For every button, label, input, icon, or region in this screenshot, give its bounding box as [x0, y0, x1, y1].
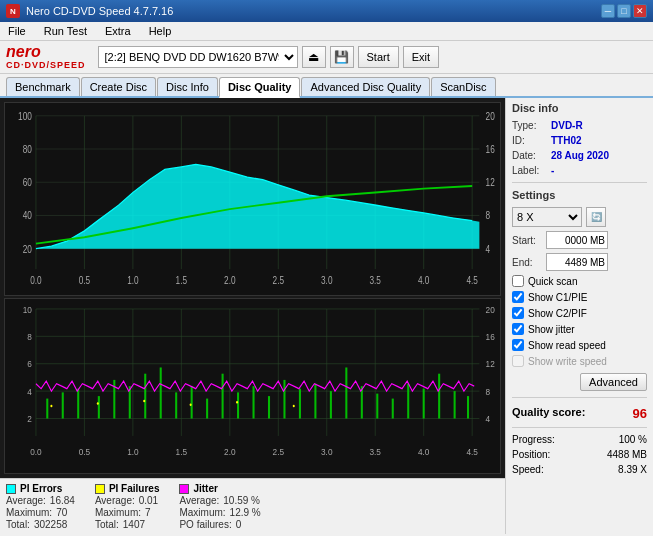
- svg-text:4.5: 4.5: [466, 446, 477, 457]
- quality-score-value: 96: [633, 406, 647, 421]
- svg-rect-78: [438, 373, 440, 418]
- pif-total-val: 1407: [123, 519, 145, 530]
- start-row: Start:: [512, 231, 647, 249]
- menu-extra[interactable]: Extra: [101, 24, 135, 38]
- jitter-max-label: Maximum:: [179, 507, 225, 518]
- svg-text:40: 40: [23, 211, 32, 222]
- read-speed-checkbox[interactable]: [512, 339, 524, 351]
- svg-point-86: [293, 405, 295, 407]
- menu-help[interactable]: Help: [145, 24, 176, 38]
- svg-rect-61: [175, 392, 177, 418]
- speed-label: Speed:: [512, 464, 544, 475]
- minimize-button[interactable]: ─: [601, 4, 615, 18]
- tab-advanced-disc-quality[interactable]: Advanced Disc Quality: [301, 77, 430, 96]
- write-speed-checkbox[interactable]: [512, 355, 524, 367]
- progress-row: Progress: 100 %: [512, 434, 647, 445]
- quality-score-label: Quality score:: [512, 406, 585, 421]
- advanced-button[interactable]: Advanced: [580, 373, 647, 391]
- start-label: Start:: [512, 235, 542, 246]
- toolbar: nero CD·DVD/SPEED [2:2] BENQ DVD DD DW16…: [0, 41, 653, 74]
- pif-total-label: Total:: [95, 519, 119, 530]
- svg-text:0.5: 0.5: [79, 276, 90, 287]
- refresh-button[interactable]: 🔄: [586, 207, 606, 227]
- title-bar: N Nero CD-DVD Speed 4.7.7.16 ─ □ ✕: [0, 0, 653, 22]
- svg-text:8: 8: [486, 211, 491, 222]
- jitter-max-val: 12.9 %: [230, 507, 261, 518]
- lower-chart-svg: 10 8 6 4 2 20 16 12 8 4 0.0 0.5 1.0 1.5: [5, 299, 500, 473]
- write-speed-label: Show write speed: [528, 356, 607, 367]
- pif-stats: PI Failures Average:0.01 Maximum:7 Total…: [95, 483, 160, 530]
- svg-rect-80: [467, 396, 469, 418]
- svg-text:4: 4: [27, 386, 32, 397]
- svg-text:100: 100: [18, 111, 32, 122]
- title-text: Nero CD-DVD Speed 4.7.7.16: [26, 5, 173, 17]
- divider-2: [512, 397, 647, 398]
- disc-type-val: DVD-R: [551, 120, 583, 131]
- svg-text:3.5: 3.5: [369, 446, 380, 457]
- c2pif-checkbox[interactable]: [512, 307, 524, 319]
- svg-rect-62: [191, 386, 193, 418]
- svg-text:80: 80: [23, 144, 32, 155]
- save-button[interactable]: 💾: [330, 46, 354, 68]
- svg-text:2: 2: [27, 413, 32, 424]
- tab-create-disc[interactable]: Create Disc: [81, 77, 156, 96]
- exit-button[interactable]: Exit: [403, 46, 439, 68]
- pif-avg-val: 0.01: [139, 495, 158, 506]
- svg-text:3.5: 3.5: [369, 276, 380, 287]
- checkbox-jitter: Show jitter: [512, 323, 647, 335]
- stats-bar: PI Errors Average:16.84 Maximum:70 Total…: [0, 478, 505, 534]
- tab-scandisc[interactable]: ScanDisc: [431, 77, 495, 96]
- tab-disc-info[interactable]: Disc Info: [157, 77, 218, 96]
- svg-rect-54: [62, 392, 64, 418]
- svg-text:10: 10: [23, 304, 32, 315]
- menu-file[interactable]: File: [4, 24, 30, 38]
- svg-text:8: 8: [486, 386, 491, 397]
- svg-rect-70: [314, 383, 316, 418]
- position-row: Position: 4488 MB: [512, 449, 647, 460]
- jitter-po-val: 0: [236, 519, 242, 530]
- jitter-checkbox[interactable]: [512, 323, 524, 335]
- svg-text:1.0: 1.0: [127, 276, 138, 287]
- svg-rect-69: [299, 388, 301, 418]
- drive-selector[interactable]: [2:2] BENQ DVD DD DW1620 B7W9: [98, 46, 298, 68]
- jitter-color: [179, 484, 189, 494]
- svg-rect-75: [392, 398, 394, 418]
- tab-disc-quality[interactable]: Disc Quality: [219, 77, 301, 98]
- disc-label-label: Label:: [512, 165, 547, 176]
- checkbox-quick-scan: Quick scan: [512, 275, 647, 287]
- maximize-button[interactable]: □: [617, 4, 631, 18]
- start-button[interactable]: Start: [358, 46, 399, 68]
- position-val: 4488 MB: [607, 449, 647, 460]
- jitter-avg-val: 10.59 %: [223, 495, 260, 506]
- logo: nero CD·DVD/SPEED: [6, 44, 86, 70]
- svg-text:2.0: 2.0: [224, 446, 235, 457]
- speed-row-2: Speed: 8.39 X: [512, 464, 647, 475]
- svg-rect-68: [283, 380, 285, 419]
- speed-selector[interactable]: 8 X Max 4 X: [512, 207, 582, 227]
- svg-rect-74: [376, 393, 378, 418]
- pif-max-label: Maximum:: [95, 507, 141, 518]
- upper-chart: 100 80 60 40 20 20 16 12 8 4 0.0 0.5 1.0…: [4, 102, 501, 296]
- svg-text:12: 12: [486, 358, 495, 369]
- right-panel: Disc info Type:DVD-R ID:TTH02 Date:28 Au…: [505, 98, 653, 534]
- close-button[interactable]: ✕: [633, 4, 647, 18]
- menu-run-test[interactable]: Run Test: [40, 24, 91, 38]
- pie-total-label: Total:: [6, 519, 30, 530]
- tab-bar: Benchmark Create Disc Disc Info Disc Qua…: [0, 74, 653, 98]
- svg-text:16: 16: [486, 144, 495, 155]
- disc-date-val: 28 Aug 2020: [551, 150, 609, 161]
- svg-text:1.5: 1.5: [176, 446, 187, 457]
- end-input[interactable]: [546, 253, 608, 271]
- end-label: End:: [512, 257, 542, 268]
- jitter-po-label: PO failures:: [179, 519, 231, 530]
- svg-text:0.0: 0.0: [30, 446, 41, 457]
- c1pie-checkbox[interactable]: [512, 291, 524, 303]
- jitter-label: Jitter: [193, 483, 217, 494]
- tab-benchmark[interactable]: Benchmark: [6, 77, 80, 96]
- quick-scan-checkbox[interactable]: [512, 275, 524, 287]
- eject-button[interactable]: ⏏: [302, 46, 326, 68]
- start-input[interactable]: [546, 231, 608, 249]
- svg-text:4.0: 4.0: [418, 446, 429, 457]
- logo-sub: CD·DVD/SPEED: [6, 60, 86, 70]
- pie-max-label: Maximum:: [6, 507, 52, 518]
